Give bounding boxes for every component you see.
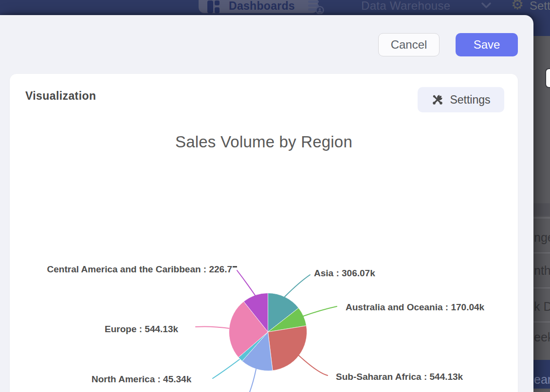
nav-settings-label[interactable]: Settings (530, 0, 550, 13)
chevron-down-icon (481, 2, 492, 9)
underlying-row-divider (533, 252, 550, 253)
underlying-row-divider (533, 321, 550, 322)
chart-settings-button[interactable]: Settings (418, 87, 504, 112)
underlying-option-fragment: nth (534, 264, 550, 278)
chart-settings-label: Settings (450, 93, 490, 107)
underlying-option-fragment: eek (534, 330, 550, 344)
underlying-button-partial (545, 68, 550, 88)
nav-dashboards-label[interactable]: Dashboards (229, 0, 295, 13)
underlying-row-divider (533, 217, 550, 218)
save-button[interactable]: Save (456, 33, 518, 56)
underlying-option-fragment: k D (534, 300, 550, 314)
gear-icon[interactable]: ⚙ (511, 0, 524, 12)
chart-title: Sales Volume by Region (10, 133, 518, 151)
underlying-row-divider (533, 287, 550, 288)
underlying-divider-band (533, 203, 550, 216)
tools-icon (431, 93, 444, 106)
underlying-option-fragment: nge (534, 231, 550, 245)
cancel-button[interactable]: Cancel (378, 33, 440, 56)
card-heading: Visualization (25, 89, 96, 103)
nav-data-warehouse-label[interactable]: Data Warehouse (361, 0, 450, 13)
underlying-option-fragment: ear (534, 373, 550, 387)
dashboard-icon (207, 0, 220, 13)
data-warehouse-icon (308, 0, 326, 14)
